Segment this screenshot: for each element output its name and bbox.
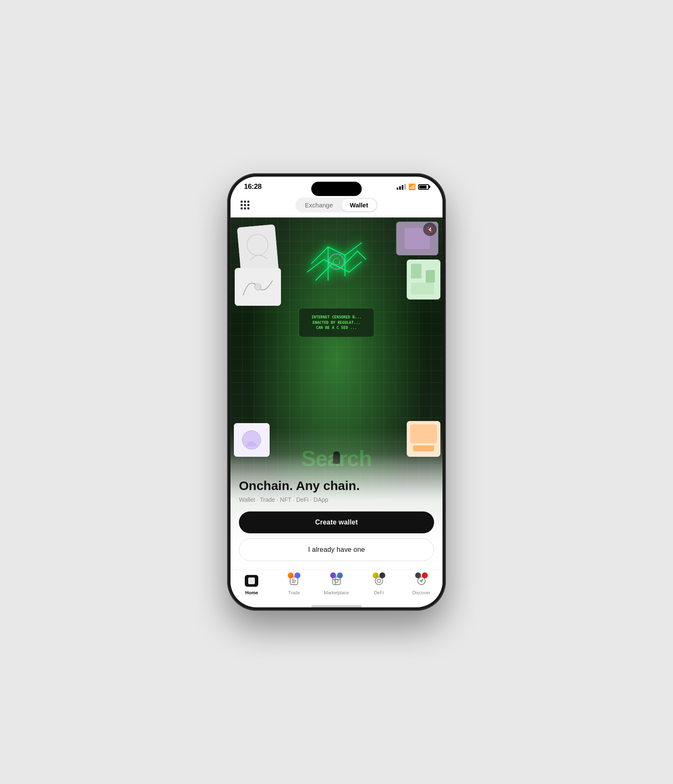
nav-label-defi: DeFi: [374, 590, 384, 595]
trade-avatar-dots: [288, 572, 300, 578]
wifi-icon: 📶: [408, 183, 416, 190]
phone-device: 16:28 📶: [227, 173, 446, 611]
nav-item-home[interactable]: Home: [237, 573, 266, 595]
svg-point-10: [254, 283, 261, 290]
defi-avatar-dots: [373, 572, 385, 578]
mute-icon: 🔇: [427, 226, 434, 233]
nav-item-defi[interactable]: DeFi: [364, 573, 394, 595]
hero-area: INTERNET CENSORED B... ENACTED BY REGULA…: [231, 217, 442, 569]
phone-screen: 16:28 📶: [231, 177, 442, 607]
grid-menu-icon[interactable]: [241, 201, 249, 209]
phone-wrapper: 16:28 📶: [227, 173, 446, 611]
top-nav: Exchange Wallet: [231, 194, 442, 217]
marketplace-avatar-dots: [330, 572, 343, 578]
tab-exchange[interactable]: Exchange: [297, 199, 342, 211]
svg-point-16: [242, 431, 261, 449]
marketplace-icon-wrap: [327, 573, 346, 588]
nft-text-card: INTERNET CENSORED B... ENACTED BY REGULA…: [299, 308, 374, 337]
battery-icon: [418, 184, 429, 190]
nft-card-7: [407, 421, 440, 457]
home-indicator: [311, 605, 362, 607]
nft-line1: INTERNET CENSORED B...: [311, 315, 361, 319]
svg-point-14: [333, 258, 340, 265]
discover-icon-wrap: [412, 573, 431, 588]
nft-card-3: [407, 260, 440, 299]
nft-line3: CAN BE A C SED ...: [316, 326, 357, 330]
nav-label-marketplace: Marketplace: [324, 590, 349, 595]
defi-icon-wrap: [369, 573, 389, 588]
already-have-wallet-button[interactable]: I already have one: [239, 538, 434, 561]
hero-title: Onchain. Any chain.: [239, 479, 434, 493]
svg-rect-18: [410, 424, 437, 443]
svg-rect-0: [237, 224, 278, 273]
neon-art: [303, 238, 370, 289]
nft-line2: ENACTED BY REGULAT...: [313, 320, 360, 325]
status-time: 16:28: [244, 183, 262, 191]
discover-avatar-dots: [415, 572, 428, 578]
tab-wallet[interactable]: Wallet: [342, 199, 377, 211]
svg-rect-20: [248, 577, 255, 584]
hero-background: INTERNET CENSORED B... ENACTED BY REGULA…: [231, 217, 442, 569]
svg-rect-7: [426, 270, 435, 283]
home-icon: [245, 575, 258, 587]
nav-item-trade[interactable]: Trade: [279, 573, 309, 595]
dynamic-island: [311, 182, 362, 196]
nav-label-discover: Discover: [412, 590, 430, 595]
status-icons: 📶: [397, 183, 429, 190]
nav-item-discover[interactable]: Discover: [407, 573, 436, 595]
svg-rect-6: [411, 264, 421, 278]
hero-bottom-overlay: Onchain. Any chain. Wallet · Trade · NFT…: [231, 453, 442, 570]
svg-point-13: [329, 254, 344, 269]
svg-rect-8: [411, 283, 434, 294]
hero-subtitle: Wallet · Trade · NFT · DeFi · DApp: [239, 496, 434, 503]
nft-card-4: [235, 268, 281, 306]
home-icon-wrap: [242, 573, 261, 588]
nav-label-home: Home: [245, 590, 258, 595]
create-wallet-button[interactable]: Create wallet: [239, 511, 434, 533]
svg-rect-19: [413, 445, 434, 451]
bottom-nav: Home Trade: [231, 569, 442, 604]
nav-item-marketplace[interactable]: Marketplace: [322, 573, 351, 595]
nft-card-6: [234, 423, 270, 457]
nav-label-trade: Trade: [288, 590, 300, 595]
signal-icon: [397, 184, 406, 190]
mute-button[interactable]: 🔇: [423, 222, 437, 236]
tab-switcher: Exchange Wallet: [295, 198, 378, 212]
nft-card-1: [237, 224, 278, 273]
trade-icon-wrap: [284, 573, 304, 588]
